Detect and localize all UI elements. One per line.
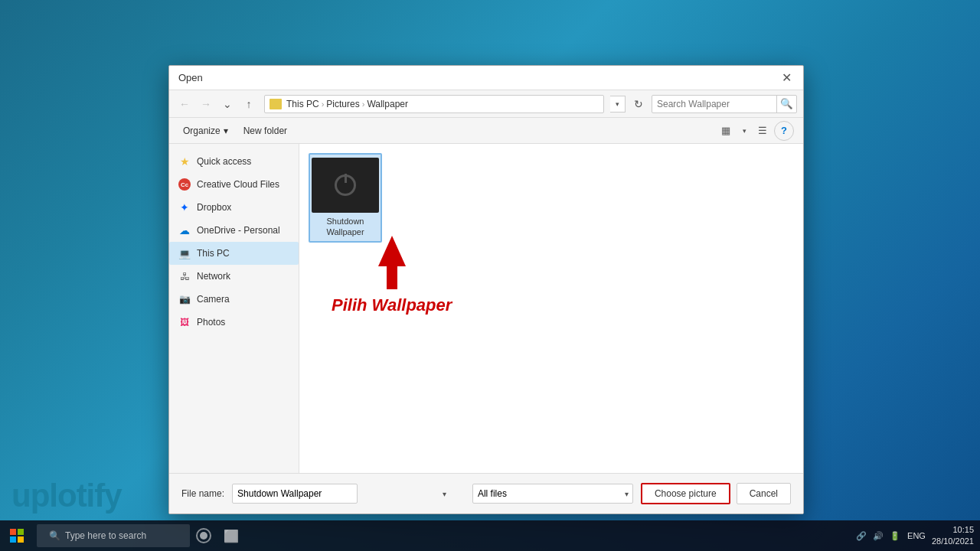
system-clock[interactable]: 10:15 28/10/2021 [932,524,974,548]
taskbar-search-text: Type here to search [65,530,146,541]
volume-tray-icon[interactable]: 🔊 [872,530,884,542]
refresh-button[interactable]: ↻ [629,95,648,113]
dialog-body: ★ Quick access Cc Creative Cloud Files ✦… [169,144,803,473]
dialog-title: Open [178,72,776,83]
open-dialog: Open ✕ ← → ⌄ ↑ This PC › Pictures › Wall… [168,65,804,514]
view-dropdown-button[interactable]: ▾ [737,121,751,141]
arrow-shaft [387,266,397,289]
organize-dropdown-icon: ▾ [224,126,228,136]
task-view-button[interactable]: ⬜ [217,520,245,551]
filename-label: File name: [181,488,224,499]
annotation-text: Pilih Wallpaper [332,295,452,315]
sidebar-label-dropbox: Dropbox [197,202,231,213]
sidebar-item-camera[interactable]: 📷 Camera [169,288,299,311]
breadcrumb: This PC › Pictures › Wallpaper [286,99,408,109]
taskbar-search[interactable]: 🔍 Type here to search [37,524,190,547]
new-folder-label: New folder [243,126,287,136]
uplotify-logo: uplotify [11,478,122,514]
breadcrumb-dropdown-button[interactable]: ▾ [610,96,626,112]
dialog-titlebar: Open ✕ [169,66,803,90]
dropdown-button[interactable]: ⌄ [218,95,237,113]
cortana-icon [196,528,211,543]
breadcrumb-pictures[interactable]: Pictures [326,99,359,109]
power-icon [335,174,356,196]
organize-button[interactable]: Organize ▾ [178,122,233,140]
photos-icon: 🖼 [178,316,191,328]
breadcrumb-bar[interactable]: This PC › Pictures › Wallpaper [264,95,604,113]
star-icon: ★ [178,155,191,168]
cortana-button[interactable] [190,520,217,551]
details-view-button[interactable]: ☰ [753,121,773,141]
sidebar-item-this-pc[interactable]: 💻 This PC [169,242,299,265]
sidebar-item-dropbox[interactable]: ✦ Dropbox [169,196,299,219]
search-input[interactable] [652,99,776,109]
clock-time: 10:15 [932,524,974,536]
annotation-arrow: Pilih Wallpaper [332,236,452,315]
sidebar-item-creative-cloud[interactable]: Cc Creative Cloud Files [169,173,299,196]
folder-icon [270,99,282,109]
svg-rect-1 [18,529,24,535]
sidebar-item-quick-access[interactable]: ★ Quick access [169,150,299,173]
taskbar: 🔍 Type here to search ⬜ 🔗 🔊 🔋 ENG 10:15 … [0,520,980,551]
content-area: Shutdown Wallpaper Pilih Wallpaper [299,144,803,473]
logo-text: uplotify [11,478,122,514]
svg-rect-0 [10,529,16,535]
onedrive-icon: ☁ [178,224,191,236]
svg-rect-3 [18,536,24,543]
network-icon: 🖧 [178,270,191,282]
filetype-select[interactable]: All files [472,484,633,504]
file-thumbnail [312,158,379,213]
arrow-head [378,236,406,266]
sidebar: ★ Quick access Cc Creative Cloud Files ✦… [169,144,299,473]
view-controls: ▦ ▾ ☰ ? [716,121,794,141]
this-pc-icon: 💻 [178,247,191,259]
search-box: 🔍 [652,95,797,113]
sidebar-item-onedrive[interactable]: ☁ OneDrive - Personal [169,219,299,242]
svg-rect-2 [10,536,16,543]
close-button[interactable]: ✕ [776,67,797,89]
sidebar-label-photos: Photos [197,317,225,328]
desktop: uplotify Open ✕ ← → ⌄ ↑ This PC › Pictur… [0,0,980,551]
search-button[interactable]: 🔍 [776,96,796,112]
organize-label: Organize [183,126,220,136]
taskbar-right: 🔗 🔊 🔋 ENG 10:15 28/10/2021 [855,524,980,548]
taskbar-search-icon: 🔍 [49,530,60,541]
clock-date: 28/10/2021 [932,536,974,547]
language-indicator: ENG [907,531,926,540]
breadcrumb-wallpaper[interactable]: Wallpaper [367,99,408,109]
navigation-toolbar: ← → ⌄ ↑ This PC › Pictures › Wallpaper ▾… [169,90,803,118]
back-button[interactable]: ← [175,95,194,113]
new-folder-button[interactable]: New folder [239,122,292,140]
footer-buttons: Choose picture Cancel [641,483,791,504]
breadcrumb-thispc[interactable]: This PC [286,99,319,109]
file-item-shutdown-wallpaper[interactable]: Shutdown Wallpaper [309,153,382,243]
sidebar-item-network[interactable]: 🖧 Network [169,265,299,288]
sidebar-label-onedrive: OneDrive - Personal [197,225,280,236]
up-button[interactable]: ↑ [240,95,258,113]
sidebar-label-this-pc: This PC [197,248,230,259]
choose-picture-button[interactable]: Choose picture [641,483,730,504]
sidebar-item-photos[interactable]: 🖼 Photos [169,311,299,334]
battery-tray-icon[interactable]: 🔋 [889,530,901,542]
sidebar-label-network: Network [197,271,230,282]
icon-view-button[interactable]: ▦ [716,121,736,141]
creative-cloud-icon: Cc [178,178,191,191]
sidebar-label-quick-access: Quick access [197,156,251,167]
view-toolbar: Organize ▾ New folder ▦ ▾ ☰ ? [169,118,803,144]
cancel-button[interactable]: Cancel [737,483,791,504]
network-tray-icon[interactable]: 🔗 [855,530,867,542]
system-tray-icons: 🔗 🔊 🔋 [855,530,901,542]
task-view-icon: ⬜ [224,529,239,543]
help-button[interactable]: ? [774,121,794,141]
filetype-wrapper: All files [472,484,633,504]
camera-icon: 📷 [178,293,191,305]
filename-input[interactable] [232,484,358,504]
start-button[interactable] [0,520,34,551]
sidebar-label-camera: Camera [197,294,230,305]
dropbox-icon: ✦ [178,201,191,214]
dialog-footer: File name: ▾ All files Choose picture Ca… [169,473,803,514]
windows-logo-icon [10,529,24,543]
forward-button[interactable]: → [197,95,215,113]
file-name: Shutdown Wallpaper [313,216,377,238]
sidebar-label-creative-cloud: Creative Cloud Files [197,179,279,190]
